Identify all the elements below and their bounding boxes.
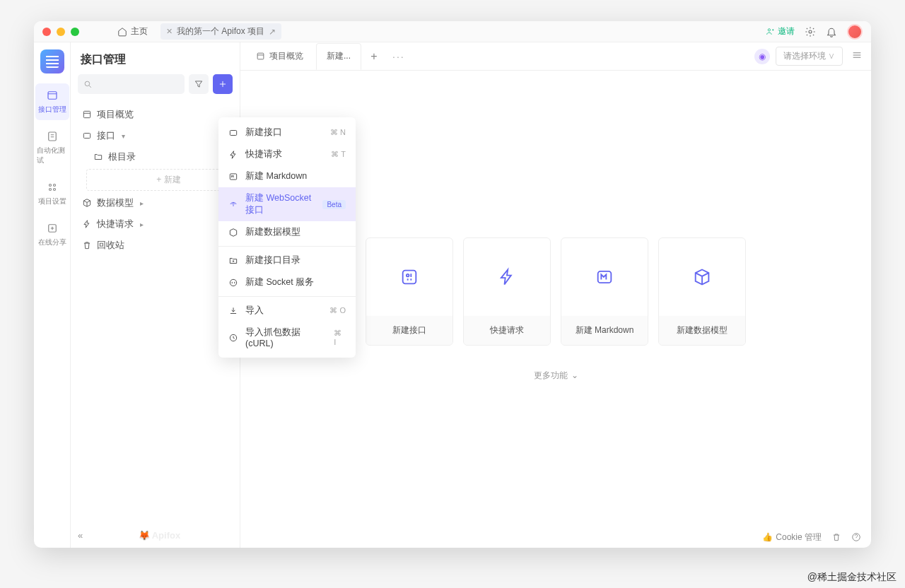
new-tab-button[interactable]: + <box>364 47 384 66</box>
cookie-management[interactable]: 👍 Cookie 管理 <box>762 531 822 543</box>
dd-new-interface[interactable]: 新建接口 ⌘ N <box>218 122 356 143</box>
card-quick-request[interactable]: 快捷请求 <box>463 237 551 346</box>
dd-import[interactable]: 导入 ⌘ O <box>218 300 356 322</box>
svg-point-14 <box>407 274 409 276</box>
import-icon <box>228 306 238 316</box>
tree-interface[interactable]: 接口 ▾ <box>76 125 234 146</box>
trash-icon <box>831 532 841 542</box>
tree-quick-request[interactable]: 快捷请求 ▸ <box>76 213 234 235</box>
divider <box>218 296 356 297</box>
dd-new-directory[interactable]: 新建接口目录 <box>218 249 356 271</box>
plus-icon <box>218 79 228 89</box>
sidebar-tools <box>71 74 240 101</box>
dd-import-curl[interactable]: 导入抓包数据(cURL) ⌘ I <box>218 322 356 353</box>
tree-new-placeholder[interactable]: + 新建 <box>86 169 224 191</box>
tabs: 项目概览 新建... + ··· ◉ 请选择环境 ∨ <box>240 42 871 71</box>
tabs-right: ◉ 请选择环境 ∨ <box>754 47 865 66</box>
titlebar: 主页 ✕ 我的第一个 Apifox 项目 ↗ 邀请 <box>34 21 871 42</box>
add-button[interactable] <box>213 74 233 94</box>
nav-api-management[interactable]: 接口管理 <box>35 83 69 120</box>
chevron-down-icon: ▾ <box>122 132 125 140</box>
user-plus-icon <box>766 27 775 36</box>
page-watermark: @稀土掘金技术社区 <box>807 571 897 584</box>
footer: 👍 Cookie 管理 <box>752 527 871 548</box>
dd-new-socket[interactable]: 新建 Socket 服务 <box>218 271 356 293</box>
tab-more-button[interactable]: ··· <box>387 51 411 62</box>
footer-help[interactable] <box>851 532 861 542</box>
nav-automation[interactable]: 自动化测试 <box>35 124 69 171</box>
api-icon <box>228 128 238 138</box>
automation-icon <box>46 130 59 143</box>
socket-icon <box>228 278 238 288</box>
footer-trash[interactable] <box>831 532 841 542</box>
bell-icon[interactable] <box>826 26 837 37</box>
dd-quick-request[interactable]: 快捷请求 ⌘ T <box>218 143 356 165</box>
home-tab[interactable]: 主页 <box>110 23 155 40</box>
env-select[interactable]: 请选择环境 ∨ <box>776 47 843 66</box>
menu-icon <box>851 49 863 61</box>
tree-overview[interactable]: 项目概览 <box>76 104 234 125</box>
cube-icon <box>82 198 92 208</box>
home-label: 主页 <box>131 25 148 37</box>
chevron-right-icon: ▸ <box>140 199 144 207</box>
card-new-data-model[interactable]: 新建数据模型 <box>658 237 746 346</box>
markdown-card-icon <box>595 267 614 287</box>
project-tab[interactable]: ✕ 我的第一个 Apifox 项目 ↗ <box>160 23 281 40</box>
folder-plus-icon <box>228 256 238 266</box>
collapse-sidebar[interactable]: « <box>78 530 83 541</box>
avatar[interactable] <box>847 24 863 40</box>
tree-data-model[interactable]: 数据模型 ▸ <box>76 192 234 213</box>
panel-menu[interactable] <box>848 47 865 66</box>
more-functions[interactable]: 更多功能 ⌄ <box>534 370 578 382</box>
card-new-interface[interactable]: 新建接口 <box>366 237 453 346</box>
tree-root-dir[interactable]: 根目录 <box>76 146 234 167</box>
sidebar-title: 接口管理 <box>71 42 240 74</box>
minimize-window[interactable] <box>57 28 65 36</box>
tree-recycle[interactable]: 回收站 <box>76 235 234 256</box>
divider <box>218 246 356 247</box>
app-window: 主页 ✕ 我的第一个 Apifox 项目 ↗ 邀请 接口管理 <box>34 21 871 548</box>
window-controls <box>42 28 79 36</box>
markdown-icon <box>228 172 238 182</box>
svg-point-4 <box>49 184 51 187</box>
titlebar-right: 邀请 <box>766 24 863 40</box>
card-new-markdown[interactable]: 新建 Markdown <box>561 237 648 346</box>
nav-share[interactable]: 在线分享 <box>35 216 69 253</box>
chevron-down-icon: ⌄ <box>571 370 578 380</box>
settings-icon[interactable] <box>805 26 816 37</box>
cube-icon <box>228 228 238 237</box>
close-tab-icon[interactable]: ✕ <box>166 27 173 36</box>
api-card-icon <box>399 267 419 287</box>
svg-point-0 <box>768 29 770 31</box>
api-icon <box>46 89 59 102</box>
dd-new-websocket[interactable]: 新建 WebSocket 接口 Beta <box>218 187 356 221</box>
tab-overview[interactable]: 项目概览 <box>246 43 313 70</box>
websocket-icon <box>228 199 238 209</box>
maximize-window[interactable] <box>71 28 79 36</box>
app-logo[interactable] <box>40 49 64 74</box>
nav-project-settings[interactable]: 项目设置 <box>35 175 69 212</box>
brand-watermark: 🦊 Apifox <box>139 530 181 541</box>
svg-rect-11 <box>83 134 90 139</box>
env-indicator[interactable]: ◉ <box>754 49 770 64</box>
tab-new[interactable]: 新建... <box>316 43 361 70</box>
search-input[interactable] <box>78 74 185 94</box>
svg-rect-2 <box>48 92 57 100</box>
svg-rect-13 <box>403 270 416 283</box>
close-window[interactable] <box>42 28 51 36</box>
svg-point-19 <box>230 279 236 286</box>
dd-new-markdown[interactable]: 新建 Markdown <box>218 165 356 187</box>
body: 接口管理 自动化测试 项目设置 在线分享 接口管理 <box>34 42 871 548</box>
bolt-card-icon <box>497 267 517 287</box>
project-settings-icon <box>46 181 59 194</box>
card-grid: 新建接口 快捷请求 新建 Markdown 新建数据模型 <box>366 237 746 346</box>
svg-point-5 <box>53 184 55 187</box>
filter-button[interactable] <box>189 74 209 94</box>
overview-icon <box>256 52 265 61</box>
add-dropdown: 新建接口 ⌘ N 快捷请求 ⌘ T 新建 Markdown 新建 WebSock… <box>218 117 356 358</box>
home-icon <box>117 27 127 37</box>
sidebar: 接口管理 项目概览 接口 <box>71 42 240 548</box>
invite-button[interactable]: 邀请 <box>766 25 795 37</box>
svg-rect-3 <box>48 132 56 141</box>
dd-new-data-model[interactable]: 新建数据模型 <box>218 221 356 243</box>
